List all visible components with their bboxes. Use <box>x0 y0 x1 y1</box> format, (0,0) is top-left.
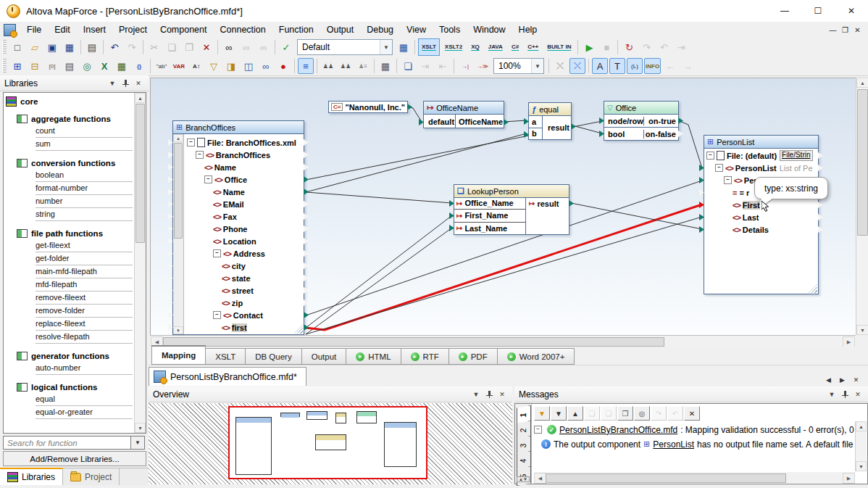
toggle-types[interactable]: T <box>609 58 625 74</box>
step-into[interactable]: ↷ <box>638 39 654 55</box>
paste[interactable]: ❐ <box>181 39 197 55</box>
tree-row-email[interactable]: <>EMail <box>184 198 302 210</box>
new-design[interactable]: ❏ <box>400 58 416 74</box>
scroll-down-arrow[interactable]: ▼ <box>856 325 868 335</box>
insert-filter[interactable]: ▽ <box>206 58 222 74</box>
tree-row-state[interactable]: <>state <box>184 272 302 284</box>
output-connector-street[interactable] <box>304 287 309 294</box>
menu-function[interactable]: Function <box>272 23 320 36</box>
function-group-generator-functions[interactable]: generator functions <box>17 352 146 360</box>
component-officename[interactable]: ↦OfficeNamedefaultOfficeName <box>423 101 504 128</box>
find-previous-message[interactable]: ↶ <box>667 406 683 421</box>
maximize-button[interactable]: ☐ <box>801 0 835 22</box>
officename-default-cell[interactable]: default <box>424 115 456 128</box>
result-tab-pdf[interactable]: ▸PDF <box>449 348 498 365</box>
personlist-input-first[interactable] <box>699 202 704 208</box>
open-file[interactable]: ▱ <box>27 39 43 55</box>
delete[interactable]: ✕ <box>199 39 214 55</box>
tree-row-personlist[interactable]: −<>PersonListList of Pe <box>706 162 817 174</box>
input-connector-name[interactable] <box>168 164 173 170</box>
lib-scroll-up[interactable]: ▲ <box>135 93 146 103</box>
xslt1-button[interactable]: XSLT <box>418 38 440 56</box>
zoom-combo-arrow[interactable]: ▼ <box>531 59 543 73</box>
input-connector-email[interactable] <box>168 201 173 207</box>
input-connector-phone[interactable] <box>168 226 173 232</box>
save-all[interactable]: ▦ <box>62 39 78 55</box>
function-get-fileext[interactable]: get-fileext <box>36 239 133 252</box>
redo[interactable]: ↷ <box>124 39 140 55</box>
output-connector-file: branchoffices.xml[interactable] <box>304 139 309 146</box>
expand-box[interactable]: − <box>213 249 221 257</box>
generate-code-batch-1[interactable]: ♟♟ <box>320 58 336 74</box>
csharp-button[interactable]: C# <box>508 38 522 56</box>
result-tab-word2007[interactable]: ▸Word 2007+ <box>498 348 575 365</box>
file-string-button[interactable]: File/Strin <box>780 150 812 161</box>
msg-scroll-right[interactable]: ▶ <box>843 473 855 484</box>
copy-message-and-children[interactable]: ❏ <box>601 406 617 421</box>
output-connector-phone[interactable] <box>304 226 309 232</box>
overview-close-button[interactable]: ✕ <box>496 389 508 400</box>
message-link[interactable]: PersonListByBranchOffice.mfd <box>559 425 677 435</box>
tab-project[interactable]: Project <box>63 468 120 485</box>
officename-header[interactable]: ↦OfficeName <box>424 102 504 115</box>
toggle-annotations[interactable]: A <box>592 58 608 74</box>
connection-branch.last-to-lookup.Last_Name[interactable] <box>306 228 452 334</box>
output-connector-contact[interactable] <box>304 312 309 318</box>
copy-all-messages[interactable]: ❐ <box>617 406 633 421</box>
menu-file[interactable]: File <box>20 23 48 36</box>
toggle-tips[interactable]: INFO <box>644 58 661 74</box>
equal-input-a-connector[interactable] <box>524 118 529 125</box>
function-search-input[interactable]: Search for function <box>3 436 131 450</box>
output-connector-name[interactable] <box>304 164 309 170</box>
connect-matching-children[interactable]: ⤬ <box>552 58 568 74</box>
input-connector-location[interactable] <box>168 238 173 244</box>
msg-scroll-up[interactable]: ▲ <box>856 421 867 431</box>
lookup-result-row[interactable]: ↦result <box>526 197 569 210</box>
libraries-pin-button[interactable] <box>120 78 131 88</box>
menu-output[interactable]: Output <box>320 23 361 36</box>
lib-scroll-thumb[interactable] <box>135 104 145 243</box>
previous-message[interactable]: ▲ <box>567 406 583 421</box>
output-connector-state[interactable] <box>304 275 309 281</box>
scroll-right-arrow[interactable]: ▶ <box>843 336 855 347</box>
function-equal[interactable]: equal <box>36 393 133 406</box>
comp-scroll-up[interactable]: ▲ <box>173 134 183 142</box>
personlist-output-details[interactable] <box>818 226 823 233</box>
function-remove-fileext[interactable]: remove-fileext <box>36 291 133 305</box>
connection-branch.first-to-lookup.First_Name[interactable] <box>306 215 452 328</box>
comp-scroll-thumb[interactable] <box>174 143 183 239</box>
toolbar-grip[interactable] <box>2 59 7 73</box>
copy[interactable]: ❏ <box>164 39 180 55</box>
expand-box[interactable]: − <box>724 176 732 184</box>
input-connector-contact[interactable] <box>168 312 173 318</box>
toggle-library-names[interactable]: (L) <box>627 58 643 74</box>
input-connector-name[interactable] <box>168 189 173 195</box>
equal-input-b-connector[interactable] <box>524 131 529 138</box>
function-get-folder[interactable]: get-folder <box>36 252 133 265</box>
component-personlist[interactable]: ⊞PersonList−File: (default)File/Strin−<>… <box>704 135 819 294</box>
seek-step-2[interactable]: →≫ <box>475 58 491 74</box>
insert-value-map[interactable]: ◨ <box>223 58 239 74</box>
overview-viewport[interactable] <box>228 406 427 479</box>
cut[interactable]: ✂ <box>146 39 162 55</box>
insert-output[interactable]: ⇤ <box>435 58 451 74</box>
run-mapping[interactable]: ▶ <box>581 39 597 55</box>
msg-scroll-left[interactable]: ◀ <box>534 473 546 484</box>
menu-component[interactable]: Component <box>154 23 214 36</box>
menu-project[interactable]: Project <box>112 23 154 36</box>
office-filter-header[interactable]: ▽Office <box>604 102 678 115</box>
personlist-input-last[interactable] <box>699 214 704 220</box>
find[interactable]: ∞ <box>221 39 237 55</box>
output-connector-city[interactable] <box>304 262 309 269</box>
filter-cell-on-false[interactable]: on-false <box>644 130 678 138</box>
connection-equal.result-to-filter.bool[interactable] <box>572 125 602 133</box>
filter-output-on-true-connector[interactable] <box>678 117 683 124</box>
library-core[interactable]: core <box>6 96 146 107</box>
scroll-tabs-left-button[interactable]: ◀ <box>822 373 835 386</box>
generate-code-batch-3[interactable]: ♟≡ <box>355 58 371 74</box>
canvas-hscroll-thumb[interactable] <box>163 337 664 347</box>
mdi-restore-button[interactable]: ❐ <box>839 25 851 36</box>
cpp-button[interactable]: C++ <box>524 38 542 56</box>
component-branchoffices[interactable]: ⊞BranchOffices▲▼−File: BranchOffices.xml… <box>172 120 304 335</box>
lookup-input-Last_Name[interactable]: ↦Last_Name <box>454 223 525 234</box>
